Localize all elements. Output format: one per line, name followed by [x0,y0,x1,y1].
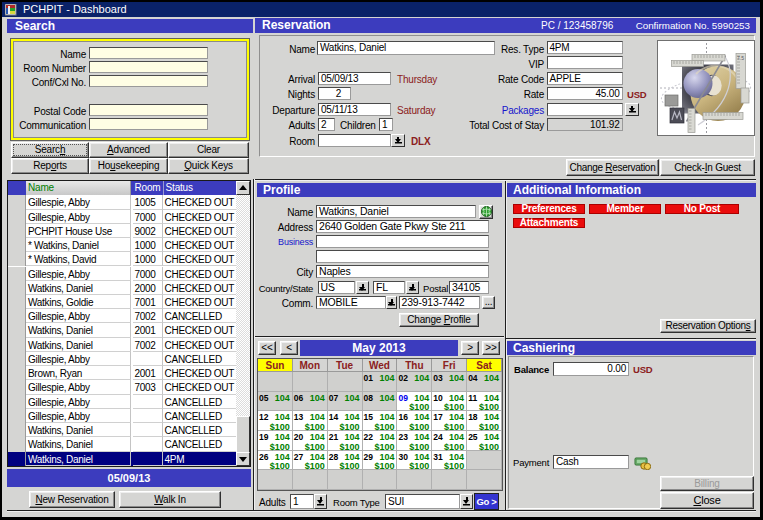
svg-text:7.5: 7.5 [737,55,744,61]
